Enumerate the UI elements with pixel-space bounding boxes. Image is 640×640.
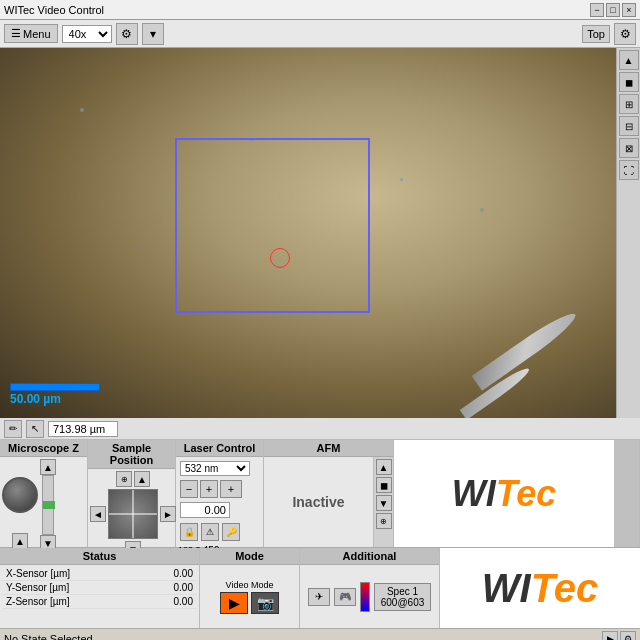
afm-status-label: Inactive xyxy=(292,494,344,510)
z-slider-thumb[interactable] xyxy=(43,501,55,509)
witec-logo-bottom: WITec xyxy=(482,566,598,611)
z-knob[interactable] xyxy=(2,477,38,513)
sample-right-btn[interactable]: ► xyxy=(160,506,176,522)
sample-position-panel: Sample Position ⊕ ▲ ◄ ► xyxy=(88,440,176,547)
sample-display[interactable] xyxy=(108,489,158,539)
table-row: X-Sensor [µm] 0.00 xyxy=(2,567,197,581)
status-bar: No State Selected ▶ ⚙ xyxy=(0,628,640,640)
zoom-select[interactable]: 40x 10x 20x 60x 100x xyxy=(62,25,112,43)
sidebar-btn-2[interactable]: ◼ xyxy=(619,72,639,92)
afm-ctrl-1[interactable]: ▲ xyxy=(376,459,392,475)
afm-witec-area: AFM Inactive ▲ ◼ ▼ ⊕ WITec xyxy=(264,440,640,547)
draw-icon[interactable]: ✏ xyxy=(4,420,22,438)
video-mode-label: Video Mode xyxy=(226,580,274,590)
particle xyxy=(140,248,142,250)
afm-ctrl-4[interactable]: ⊕ xyxy=(376,513,392,529)
scale-bar-line xyxy=(10,383,100,391)
sidebar-btn-5[interactable]: ⊠ xyxy=(619,138,639,158)
close-button[interactable]: × xyxy=(622,3,636,17)
settings-icon[interactable]: ⚙ xyxy=(116,23,138,45)
witec-wi-text: WI xyxy=(452,473,496,514)
afm-ctrl-3[interactable]: ▼ xyxy=(376,495,392,511)
witec-logo-area: WITec xyxy=(394,440,614,547)
scale-bar: 50.00 µm xyxy=(10,383,100,406)
laser-plus-large-btn[interactable]: + xyxy=(220,480,242,498)
spec-button[interactable]: Spec 1 600@603 xyxy=(374,583,432,611)
afm-content: Inactive xyxy=(264,457,373,547)
laser-lock-icon[interactable]: 🔒 xyxy=(180,523,198,541)
status-header: Status xyxy=(0,548,199,565)
status-bar-controls: ▶ ⚙ xyxy=(602,631,636,641)
laser-minus-btn[interactable]: − xyxy=(180,480,198,498)
minimize-button[interactable]: − xyxy=(590,3,604,17)
witec-logo: WITec xyxy=(452,473,557,515)
sidebar-btn-3[interactable]: ⊞ xyxy=(619,94,639,114)
sidebar-btn-1[interactable]: ▲ xyxy=(619,50,639,70)
x-sensor-value: 0.00 xyxy=(143,567,197,581)
laser-plus-small-btn[interactable]: + xyxy=(200,480,218,498)
additional-content: ✈ 🎮 Spec 1 600@603 xyxy=(300,565,439,628)
menu-icon: ☰ xyxy=(11,27,21,40)
camera-icon[interactable]: 📷 xyxy=(251,592,279,614)
video-area[interactable]: 50.00 µm xyxy=(0,48,616,418)
panels-row: Microscope Z ▲ ▼ ▲ ▼ xyxy=(0,440,640,548)
afm-ctrl-2[interactable]: ◼ xyxy=(376,477,392,493)
settings-btn[interactable]: ⚙ xyxy=(620,631,636,641)
sample-up-btn[interactable]: ▲ xyxy=(134,471,150,487)
video-row: 50.00 µm ▲ ◼ ⊞ ⊟ ⊠ ⛶ xyxy=(0,48,640,418)
particle xyxy=(400,178,403,181)
mode-label-area: Video Mode ▶ 📷 xyxy=(220,580,279,614)
sidebar-btn-6[interactable]: ⛶ xyxy=(619,160,639,180)
afm-body: Inactive ▲ ◼ ▼ ⊕ xyxy=(264,457,393,547)
toolbar: ☰ Menu 40x 10x 20x 60x 100x ⚙ ▾ Top ⚙ xyxy=(0,20,640,48)
laser-content: 532 nm 488 nm 785 nm − + + 0.00 🔒 ⚠ 🔑 45… xyxy=(176,457,263,560)
play-btn[interactable]: ▶ xyxy=(602,631,618,641)
microscope-z-header: Microscope Z xyxy=(0,440,87,457)
laser-key-icon[interactable]: 🔑 xyxy=(222,523,240,541)
afm-right-controls: ▲ ◼ ▼ ⊕ xyxy=(373,457,393,547)
right-sidebar: ▲ ◼ ⊞ ⊟ ⊠ ⛶ xyxy=(616,48,640,418)
laser-shield-icon[interactable]: ⚠ xyxy=(201,523,219,541)
particle xyxy=(480,208,484,212)
chevron-down-icon[interactable]: ▾ xyxy=(142,23,164,45)
status-bar-text: No State Selected xyxy=(4,633,93,641)
pointer-icon[interactable]: ↖ xyxy=(26,420,44,438)
spec-value: 600@603 xyxy=(381,597,425,608)
additional-header: Additional xyxy=(300,548,439,565)
y-sensor-value: 0.00 xyxy=(143,581,197,595)
sample-left-btn[interactable]: ◄ xyxy=(90,506,106,522)
z-sensor-value: 0.00 xyxy=(143,595,197,609)
sample-position-content: ⊕ ▲ ◄ ► ▼ ⚙ xyxy=(88,469,175,559)
menu-button[interactable]: ☰ Menu xyxy=(4,24,58,43)
spec-label: Spec 1 xyxy=(381,586,425,597)
laser-wavelength-select[interactable]: 532 nm 488 nm 785 nm xyxy=(180,461,250,476)
sidebar-btn-4[interactable]: ⊟ xyxy=(619,116,639,136)
window-controls: − □ × xyxy=(590,3,636,17)
airplane-icon[interactable]: ✈ xyxy=(308,588,330,606)
witec-bottom-panel: WITec xyxy=(440,548,640,628)
mode-icons-row: ▶ 📷 xyxy=(220,592,279,614)
laser-control-panel: Laser Control 532 nm 488 nm 785 nm − + +… xyxy=(176,440,264,547)
witec-tec-bottom: Tec xyxy=(531,566,598,610)
bottom-panels-row: Status X-Sensor [µm] 0.00 Y-Sensor [µm] … xyxy=(0,548,640,628)
microscope-z-panel: Microscope Z ▲ ▼ ▲ ▼ xyxy=(0,440,88,547)
mode-header: Mode xyxy=(200,548,299,565)
video-background xyxy=(0,48,616,418)
gamepad-icon[interactable]: 🎮 xyxy=(334,588,356,606)
witec-tec-text: Tec xyxy=(496,473,557,514)
laser-icons-row: 🔒 ⚠ 🔑 xyxy=(180,523,259,541)
mode-content: Video Mode ▶ 📷 xyxy=(200,565,299,628)
additional-panel: Additional ✈ 🎮 Spec 1 600@603 xyxy=(300,548,440,628)
sample-nav-icon[interactable]: ⊕ xyxy=(116,471,132,487)
status-panel: Status X-Sensor [µm] 0.00 Y-Sensor [µm] … xyxy=(0,548,200,628)
title-text: WITec Video Control xyxy=(4,4,104,16)
additional-icons: ✈ 🎮 xyxy=(308,588,356,606)
gear-icon[interactable]: ⚙ xyxy=(614,23,636,45)
y-sensor-label: Y-Sensor [µm] xyxy=(2,581,143,595)
spec-colorbar xyxy=(360,582,370,612)
video-icon[interactable]: ▶ xyxy=(220,592,248,614)
maximize-button[interactable]: □ xyxy=(606,3,620,17)
z-slider-up[interactable]: ▲ xyxy=(40,459,56,475)
z-up-btn[interactable]: ▲ xyxy=(12,533,28,549)
zoom-bar: ✏ ↖ 713.98 µm xyxy=(0,418,640,440)
